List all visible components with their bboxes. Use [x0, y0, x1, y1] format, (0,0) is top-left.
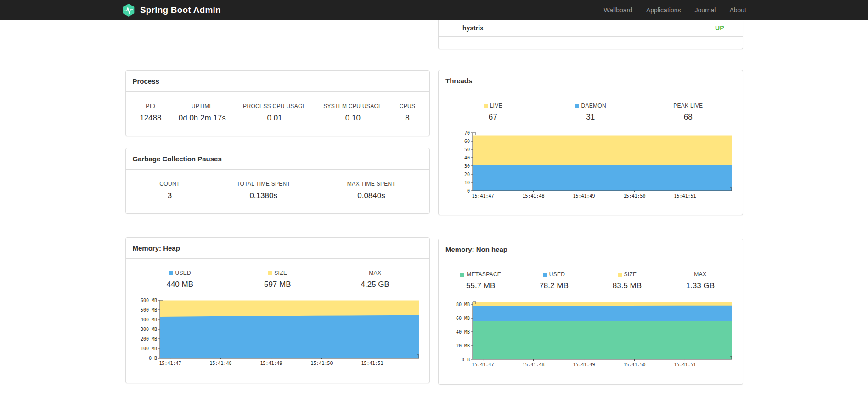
used-legend-swatch: [543, 273, 547, 277]
main-content: Process PID 12488 UPTIME 0d 0h 2m 17s PR…: [125, 20, 743, 410]
svg-text:60 MB: 60 MB: [456, 316, 470, 321]
nonheap-memory-chart: 0 B20 MB40 MB60 MB80 MB15:41:4715:41:481…: [450, 298, 734, 370]
svg-text:400 MB: 400 MB: [140, 317, 157, 322]
right-column: hystrix UP Threads LIVE 67 DAEMON 31: [438, 20, 743, 385]
application-row[interactable]: hystrix UP: [439, 20, 743, 37]
navbar-inner: Spring Boot Admin Wallboard Applications…: [122, 0, 746, 20]
metric-gc-max-time: MAX TIME SPENT 0.0840s: [347, 181, 395, 200]
metric-uptime: UPTIME 0d 0h 2m 17s: [179, 103, 226, 123]
legend-peak-live: PEAK LIVE 68: [639, 102, 737, 122]
process-panel-title: Process: [126, 71, 430, 92]
svg-text:100 MB: 100 MB: [140, 346, 157, 351]
svg-text:80 MB: 80 MB: [456, 302, 470, 307]
legend-heap-used: USED 440 MB: [131, 270, 229, 289]
svg-text:15:41:50: 15:41:50: [623, 194, 645, 199]
process-metrics: PID 12488 UPTIME 0d 0h 2m 17s PROCESS CP…: [131, 103, 424, 123]
navbar: Spring Boot Admin Wallboard Applications…: [0, 0, 868, 20]
gc-metrics: COUNT 3 TOTAL TIME SPENT 0.1380s MAX TIM…: [131, 181, 424, 200]
svg-text:500 MB: 500 MB: [140, 308, 157, 313]
legend-daemon: DAEMON 31: [542, 102, 640, 122]
heap-legend: USED 440 MB SIZE 597 MB MAX 4.25 GB: [131, 265, 424, 296]
legend-nonheap-max: MAX 1.33 GB: [664, 271, 737, 290]
metric-gc-total-time: TOTAL TIME SPENT 0.1380s: [237, 181, 290, 200]
svg-text:600 MB: 600 MB: [140, 298, 157, 303]
svg-text:15:41:47: 15:41:47: [159, 361, 181, 366]
legend-nonheap-size: SIZE 83.5 MB: [591, 271, 664, 290]
left-column: Process PID 12488 UPTIME 0d 0h 2m 17s PR…: [125, 20, 430, 383]
nav-item-applications[interactable]: Applications: [646, 6, 681, 14]
process-panel: Process PID 12488 UPTIME 0d 0h 2m 17s PR…: [125, 70, 430, 136]
legend-live: LIVE 67: [444, 102, 542, 122]
legend-heap-size: SIZE 597 MB: [229, 270, 327, 289]
svg-text:70: 70: [464, 131, 470, 136]
threads-legend: LIVE 67 DAEMON 31 PEAK LIVE 68: [444, 98, 737, 129]
metric-pid: PID 12488: [140, 103, 161, 123]
svg-text:60: 60: [464, 139, 470, 144]
used-legend-swatch: [169, 271, 173, 275]
svg-text:20 MB: 20 MB: [456, 343, 470, 348]
svg-text:0 B: 0 B: [462, 357, 470, 362]
memory-nonheap-panel-title: Memory: Non heap: [439, 239, 743, 260]
svg-text:40: 40: [464, 155, 470, 160]
status-badge: UP: [715, 24, 724, 32]
size-legend-swatch: [268, 271, 272, 275]
threads-chart: 01020304050607015:41:4715:41:4815:41:491…: [450, 129, 734, 202]
threads-panel-title: Threads: [439, 70, 743, 91]
brand-title: Spring Boot Admin: [140, 5, 221, 15]
svg-text:20: 20: [464, 172, 470, 177]
svg-text:300 MB: 300 MB: [140, 327, 157, 332]
svg-text:15:41:50: 15:41:50: [310, 361, 333, 366]
svg-text:10: 10: [464, 180, 470, 185]
daemon-legend-swatch: [575, 104, 579, 108]
nav-item-journal[interactable]: Journal: [694, 6, 716, 14]
legend-heap-max: MAX 4.25 GB: [327, 270, 424, 289]
svg-text:200 MB: 200 MB: [140, 336, 157, 342]
svg-text:15:41:51: 15:41:51: [674, 362, 696, 367]
legend-nonheap-used: USED 78.2 MB: [517, 271, 590, 290]
memory-nonheap-panel: Memory: Non heap METASPACE 55.7 MB USED …: [438, 239, 743, 385]
threads-panel: Threads LIVE 67 DAEMON 31 PEAK LIVE 68: [438, 70, 743, 215]
svg-text:15:41:47: 15:41:47: [472, 362, 494, 367]
svg-text:15:41:51: 15:41:51: [674, 194, 696, 199]
heap-memory-chart: 0 B100 MB200 MB300 MB400 MB500 MB600 MB1…: [137, 296, 422, 369]
gc-panel-title: Garbage Collection Pauses: [126, 148, 430, 170]
application-status-panel: hystrix UP: [438, 20, 743, 49]
metric-gc-count: COUNT 3: [159, 181, 180, 200]
svg-text:15:41:49: 15:41:49: [260, 361, 282, 366]
svg-text:40 MB: 40 MB: [456, 330, 470, 335]
metric-system-cpu: SYSTEM CPU USAGE 0.10: [323, 103, 382, 123]
svg-text:0: 0: [467, 188, 470, 194]
nav-item-wallboard[interactable]: Wallboard: [603, 6, 632, 14]
svg-text:15:41:48: 15:41:48: [209, 361, 231, 366]
size-legend-swatch: [618, 273, 622, 277]
memory-heap-panel: Memory: Heap USED 440 MB SIZE 597 MB MAX…: [125, 237, 430, 383]
svg-text:15:41:48: 15:41:48: [522, 362, 544, 367]
svg-text:15:41:47: 15:41:47: [472, 194, 494, 199]
svg-text:15:41:48: 15:41:48: [522, 194, 544, 199]
svg-text:0 B: 0 B: [148, 356, 157, 361]
memory-heap-panel-title: Memory: Heap: [126, 238, 430, 259]
nav-item-about[interactable]: About: [729, 6, 746, 14]
svg-text:15:41:49: 15:41:49: [573, 194, 595, 199]
svg-text:15:41:49: 15:41:49: [573, 362, 595, 367]
svg-text:15:41:51: 15:41:51: [361, 361, 383, 366]
brand[interactable]: Spring Boot Admin: [122, 3, 221, 17]
spring-boot-admin-logo-icon: [122, 3, 135, 17]
gc-panel: Garbage Collection Pauses COUNT 3 TOTAL …: [125, 148, 430, 214]
svg-text:50: 50: [464, 147, 470, 152]
metric-process-cpu: PROCESS CPU USAGE 0.01: [243, 103, 306, 123]
svg-text:15:41:50: 15:41:50: [623, 362, 645, 367]
nav-links: Wallboard Applications Journal About: [603, 6, 746, 14]
panel-spacer: [439, 37, 743, 49]
metric-cpus: CPUS 8: [400, 103, 416, 123]
application-name: hystrix: [462, 24, 484, 32]
legend-metaspace: METASPACE 55.7 MB: [444, 271, 517, 290]
svg-text:30: 30: [464, 164, 470, 169]
metaspace-legend-swatch: [460, 273, 464, 277]
nonheap-legend: METASPACE 55.7 MB USED 78.2 MB SIZE 83.5…: [444, 267, 737, 298]
live-legend-swatch: [484, 104, 488, 108]
